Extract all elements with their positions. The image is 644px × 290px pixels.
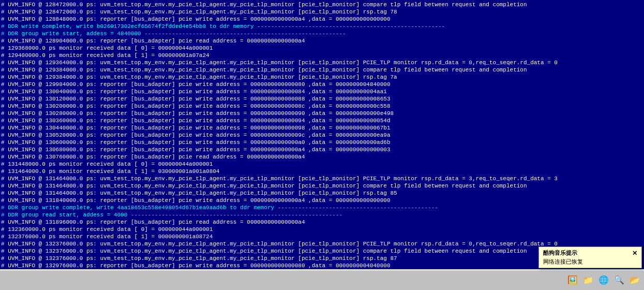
log-line: # UVM_INFO @ 129984000.0 ps: reporter [b… — [1, 81, 643, 88]
log-line: # 131448000.0 ps monitor received data [… — [1, 161, 643, 168]
log-line: # UVM_INFO @ 130040000.0 ps: reporter [b… — [1, 88, 643, 95]
log-line: # DDR group write complete, write 4aa186… — [1, 204, 643, 211]
log-line: # UVM_INFO @ 128904000.0 ps: reporter [b… — [1, 37, 643, 45]
notification-close-button[interactable]: ✕ — [632, 250, 637, 257]
taskbar-icon-2[interactable]: 📁 — [581, 273, 595, 287]
taskbar-icon-1[interactable]: 🖼️ — [565, 273, 580, 287]
log-line: # UVM_INFO @ 131464000.0 ps: uvm_test_to… — [1, 190, 643, 197]
taskbar: 🖼️ 📁 🌐 🔍 📂 — [0, 269, 644, 290]
log-line: # UVM_INFO @ 128472000.0 ps: uvm_test_to… — [1, 8, 643, 16]
log-line: # UVM_INFO @ 130280000.0 ps: reporter [b… — [1, 110, 643, 117]
log-line: # UVM_INFO @ 130200000.0 ps: reporter [b… — [1, 103, 643, 110]
log-output: # UVM_INFO @ 128472000.0 ps: uvm_test_to… — [0, 0, 644, 274]
taskbar-icon-5[interactable]: 📂 — [627, 273, 642, 287]
taskbar-icons: 🖼️ 📁 🌐 🔍 📂 — [565, 273, 642, 287]
log-line: # UVM_INFO @ 131840000.0 ps: reporter [b… — [1, 197, 643, 204]
log-line: # UVM_INFO @ 129364000.0 ps: uvm_test_to… — [1, 59, 643, 66]
log-line: # UVM_INFO @ 131464000.0 ps: uvm_test_to… — [1, 182, 643, 190]
log-line: # 131464000.0 ps monitor received data [… — [1, 168, 643, 175]
log-line: # UVM_INFO @ 130600000.0 ps: reporter [b… — [1, 139, 643, 146]
log-line: # UVM_INFO @ 131896000.0 ps: reporter [b… — [1, 219, 643, 226]
log-line: # UVM_INFO @ 130520000.0 ps: reporter [b… — [1, 132, 643, 139]
notification-title-text: 酷狗音乐提示 — [543, 249, 577, 257]
log-line: # DDR write complete, write b026017302ec… — [1, 23, 643, 30]
log-line: # 132376000.0 ps monitor received data [… — [1, 233, 643, 240]
log-line: # DDR group write start, addess = 484000… — [1, 30, 643, 37]
log-line: # UVM_INFO @ 130360000.0 ps: reporter [b… — [1, 117, 643, 124]
log-line: # UVM_INFO @ 128472000.0 ps: uvm_test_to… — [1, 1, 643, 8]
log-line: # DDR group read start, addess = 4000 --… — [1, 211, 643, 219]
log-line: # 129400000.0 ps monitor received data [… — [1, 52, 643, 59]
log-line: # UVM_INFO @ 130760000.0 ps: reporter [b… — [1, 153, 643, 161]
log-line: # UVM_INFO @ 131464000.0 ps: uvm_test_to… — [1, 175, 643, 182]
notification-title: 酷狗音乐提示 ✕ — [543, 249, 637, 257]
notification-body: 网络连接已恢复 — [543, 258, 637, 266]
log-line: # 132360000.0 ps monitor received data [… — [1, 226, 643, 233]
taskbar-icon-4[interactable]: 🔍 — [612, 273, 626, 287]
log-line: # UVM_INFO @ 129384000.0 ps: uvm_test_to… — [1, 66, 643, 74]
log-line: # UVM_INFO @ 130440000.0 ps: reporter [b… — [1, 124, 643, 132]
taskbar-icon-3[interactable]: 🌐 — [596, 273, 611, 287]
log-line: # UVM_INFO @ 130120000.0 ps: reporter [b… — [1, 95, 643, 103]
log-line: # UVM_INFO @ 128848000.0 ps: reporter [b… — [1, 16, 643, 23]
log-line: # UVM_INFO @ 129384000.0 ps: uvm_test_to… — [1, 74, 643, 81]
log-line: # 129368000.0 ps monitor received data [… — [1, 45, 643, 52]
notification-popup: 酷狗音乐提示 ✕ 网络连接已恢复 — [538, 247, 642, 268]
log-line: # UVM_INFO @ 130680000.0 ps: reporter [b… — [1, 146, 643, 153]
